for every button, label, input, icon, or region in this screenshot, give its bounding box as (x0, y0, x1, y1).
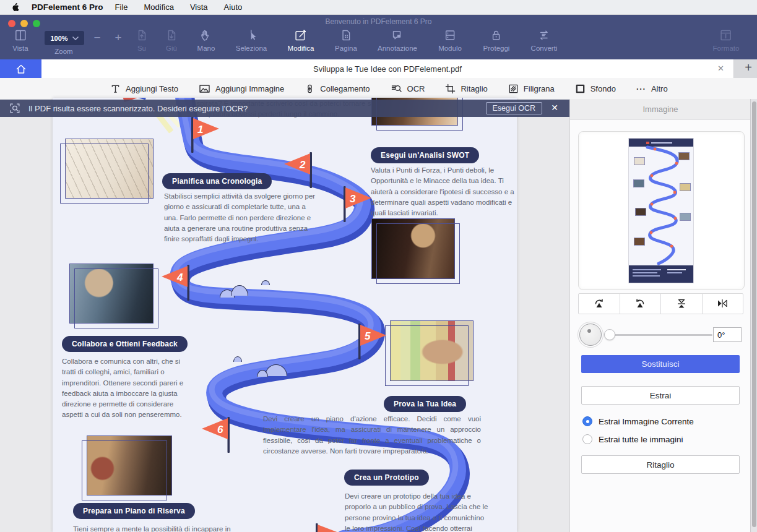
crop-image-button[interactable]: Ritaglio (581, 455, 740, 474)
photo-sketch[interactable] (65, 139, 154, 199)
crop-icon (445, 84, 456, 94)
pdf-page[interactable]: ispirata? È importante scriverlo così da… (53, 98, 517, 532)
thumbnail-photo (633, 179, 644, 187)
toolbar-form[interactable]: Modulo (438, 28, 462, 52)
extract-button[interactable]: Estrai (581, 386, 740, 405)
rotation-degrees-input[interactable] (713, 327, 742, 342)
image-preview-container (578, 131, 745, 290)
ocr-button[interactable]: OCR (391, 84, 425, 94)
rotate-right-icon (634, 298, 646, 310)
lock-icon (490, 28, 503, 42)
flip-horizontal-button[interactable] (703, 294, 743, 314)
toolbar-page[interactable]: Pagina (335, 28, 357, 52)
panel-title: Immagine (570, 99, 751, 120)
image-transform-buttons (578, 293, 743, 314)
zoom-out-button[interactable]: − (93, 31, 100, 45)
rotate-left-icon (593, 298, 605, 310)
rotation-slider-track[interactable] (610, 334, 712, 336)
form-icon (443, 28, 457, 42)
home-icon (15, 62, 27, 75)
page-up-icon (135, 28, 149, 42)
replace-image-button[interactable]: Sostituisci (581, 355, 740, 373)
menu-file[interactable]: File (115, 2, 128, 12)
background-button[interactable]: Sfondo (575, 84, 616, 94)
run-ocr-button[interactable]: Esegui OCR (486, 102, 542, 114)
photo-backup-plan[interactable] (87, 435, 172, 496)
toolbar-convert[interactable]: Converti (531, 28, 558, 52)
document-tab-title: Sviluppa le Tue Idee con PDFelement.pdf (313, 64, 462, 74)
toolbar-edit-active[interactable]: Modifica (288, 28, 314, 52)
ocr-notification-message: Il PDF risulta essere scannerizzato. Des… (28, 104, 248, 113)
photo-swot-woman[interactable] (371, 218, 455, 279)
crop-button[interactable]: Ritaglio (445, 84, 487, 94)
toolbar-page-up[interactable]: Su (135, 28, 149, 52)
thumbnail-photo (680, 213, 691, 221)
flip-vertical-button[interactable] (661, 294, 703, 314)
toolbar-vista[interactable]: Vista (12, 28, 28, 52)
toolbar-format[interactable]: Formato (713, 28, 740, 52)
home-tab-button[interactable] (0, 59, 41, 78)
toolbar-protect[interactable]: Proteggi (483, 28, 510, 52)
tab-close-icon[interactable]: ✕ (717, 64, 724, 73)
toolbar-hand[interactable]: Mano (197, 28, 215, 52)
add-image-button[interactable]: Aggiungi Immagine (199, 84, 284, 94)
document-tab[interactable]: Sviluppa le Tue Idee con PDFelement.pdf … (41, 59, 734, 78)
watermark-button[interactable]: Filigrana (508, 84, 555, 94)
zoom-label: Zoom (54, 48, 72, 55)
photo-color-swatches[interactable] (390, 320, 474, 381)
svg-text:6: 6 (217, 424, 223, 435)
section-body-swot: Valuta i Punti di Forza, i Punti deboli,… (371, 165, 514, 218)
background-icon (575, 84, 586, 94)
tab-bar: Sviluppa le Tue Idee con PDFelement.pdf … (0, 59, 757, 79)
add-text-icon (110, 84, 121, 94)
zoom-in-button[interactable]: + (115, 31, 121, 45)
menu-vista[interactable]: Vista (190, 2, 208, 12)
section-body-riserva: Tieni sempre a mente la possibilità di i… (73, 524, 253, 532)
apple-menu-icon[interactable] (11, 2, 20, 12)
thumbnail-photo (678, 152, 690, 160)
thumbnail-photo (635, 208, 646, 216)
page-icon (339, 28, 353, 42)
flag-5: 5 (357, 324, 387, 362)
ocr-notification-bar: Il PDF risulta essere scannerizzato. Des… (0, 100, 569, 117)
ocr-icon (391, 84, 402, 94)
window-title: Benvenuto in PDFelement 6 Pro (0, 17, 757, 26)
toolbar-annotation[interactable]: Annotazione (378, 28, 417, 52)
edit-pencil-icon (294, 28, 308, 42)
rotate-left-button[interactable] (579, 294, 620, 314)
add-text-button[interactable]: Aggiungi Testo (110, 84, 178, 94)
link-button[interactable]: Collegamento (305, 84, 370, 94)
more-button[interactable]: ··· Altro (636, 84, 668, 93)
format-info-icon (719, 28, 733, 42)
rotation-knob[interactable] (579, 324, 602, 346)
section-title-prototipo: Crea un Prototipo (344, 470, 429, 486)
toolbar-page-down[interactable]: Giù (165, 28, 178, 52)
menu-modifica[interactable]: Modifica (144, 2, 174, 12)
radio-extract-current[interactable]: Estrai Immagine Corrente (582, 416, 694, 426)
image-properties-panel: Immagine (569, 99, 751, 532)
photo-collaboration[interactable] (69, 264, 154, 324)
flag-7-partial (314, 523, 345, 532)
section-body-prova: Devi creare un piano d'azione efficace. … (263, 414, 481, 457)
flag-3: 3 (342, 186, 373, 225)
radio-unselected-icon[interactable] (582, 434, 592, 444)
thumbnail-photo (634, 238, 645, 246)
new-tab-button[interactable]: + (745, 61, 752, 75)
svg-text:3: 3 (350, 193, 356, 205)
radio-selected-icon[interactable] (582, 416, 592, 426)
knob-indicator-dot (587, 329, 591, 333)
rotation-slider-handle[interactable] (604, 329, 615, 340)
vertical-scrollbar[interactable] (750, 99, 757, 532)
menu-aiuto[interactable]: Aiuto (224, 2, 243, 12)
section-body-feedback: Collabora e comunica con altri, che si t… (62, 356, 186, 421)
notification-close-icon[interactable]: ✕ (551, 103, 558, 113)
zoom-dropdown[interactable]: 100% (45, 31, 84, 45)
menubar-app-name[interactable]: PDFelement 6 Pro (32, 2, 103, 12)
radio-extract-all[interactable]: Estrai tutte le immagini (582, 434, 683, 444)
rotate-right-button[interactable] (620, 294, 662, 314)
toolbar-select[interactable]: Seleziona (236, 28, 267, 52)
main-toolbar: Benvenuto in PDFelement 6 Pro Vista 100%… (0, 15, 757, 59)
flip-horizontal-icon (716, 298, 729, 310)
scrollbar-thumb[interactable] (752, 101, 756, 527)
section-title-swot: Esegui un'Analisi SWOT (371, 147, 479, 163)
